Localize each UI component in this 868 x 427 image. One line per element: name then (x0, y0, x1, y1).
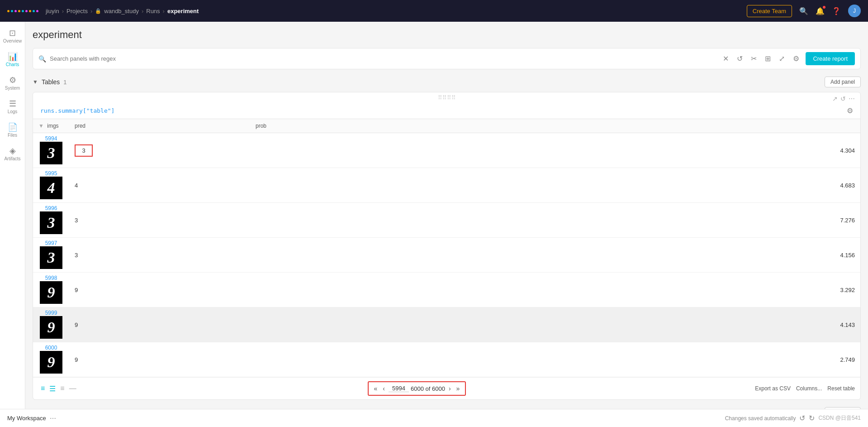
table-bottom-bar: ≡ ☰ ≡ — « ‹ 6000 of 6000 › » (33, 377, 860, 399)
sidebar-item-overview-label: Overview (3, 38, 22, 43)
breadcrumb-project[interactable]: wandb_study (104, 8, 139, 14)
digit-image (40, 316, 62, 339)
breadcrumb-sep1: › (62, 8, 64, 14)
tables-toggle[interactable]: ▼ (33, 79, 38, 85)
overview-icon: ⊡ (9, 29, 16, 37)
row-id-link[interactable]: 5995 (45, 170, 57, 177)
pred-value: 3 (75, 252, 78, 259)
redo-button[interactable]: ↻ (809, 414, 815, 422)
sidebar-item-charts[interactable]: 📊 Charts (2, 49, 24, 71)
data-table: ▼ imgs pred prob 599434.304599544.683599… (33, 119, 860, 377)
avatar[interactable]: J (848, 5, 861, 17)
reset-table-link[interactable]: Reset table (827, 385, 855, 392)
topnav: jiuyin › Projects › 🔒 wandb_study › Runs… (0, 0, 868, 22)
refresh-icon-btn[interactable]: ↺ (735, 53, 745, 65)
page-prev-button[interactable]: ‹ (381, 384, 387, 393)
row-id-link[interactable]: 5996 (45, 205, 57, 211)
sidebar-item-artifacts-label: Artifacts (4, 156, 20, 161)
page-input[interactable] (389, 385, 409, 392)
workspace-menu-button[interactable]: ⋯ (50, 415, 56, 422)
pred-value: 9 (75, 287, 78, 293)
prob-value: 3.292 (250, 273, 860, 307)
sidebar-item-files-label: Files (8, 133, 17, 138)
sidebar-item-logs-label: Logs (8, 109, 18, 114)
undo-button[interactable]: ↺ (799, 414, 805, 422)
columns-link[interactable]: Columns... (796, 385, 822, 392)
page-first-button[interactable]: « (372, 384, 379, 393)
settings-icon-btn[interactable]: ⚙ (791, 53, 801, 65)
row-id-link[interactable]: 5994 (45, 135, 57, 142)
toolbar-search-icon: 🔍 (38, 55, 46, 62)
prob-value: 7.276 (250, 203, 860, 238)
sidebar: ⊡ Overview 📊 Charts ⚙ System ☰ Logs 📄 Fi… (0, 22, 25, 409)
tables-add-panel-button[interactable]: Add panel (825, 77, 861, 87)
sidebar-item-logs[interactable]: ☰ Logs (2, 96, 24, 118)
pred-value: 9 (75, 321, 78, 328)
row-id-link[interactable]: 6000 (45, 345, 57, 351)
panel-drag-handle[interactable]: ⠿⠿⠿⠿ (33, 92, 860, 103)
panel-refresh-button[interactable]: ↺ (840, 95, 846, 102)
col-header-pred: pred (69, 119, 250, 133)
tables-section-header: ▼ Tables 1 Add panel (33, 77, 861, 87)
panel-share-button[interactable]: ↗ (832, 95, 838, 102)
table-row: 599994.143 (33, 307, 860, 342)
search-icon[interactable]: 🔍 (799, 7, 808, 15)
col-header-imgs: ▼ imgs (33, 119, 69, 133)
tables-section-count: 1 (63, 79, 66, 86)
digit-image (40, 211, 62, 234)
close-icon-btn[interactable]: ✕ (721, 53, 730, 65)
app-logo (7, 10, 38, 12)
breadcrumb-sep4: › (163, 8, 165, 14)
create-report-button[interactable]: Create report (806, 52, 855, 65)
breadcrumb-sep3: › (142, 8, 143, 14)
fullscreen-icon-btn[interactable]: ⤢ (777, 53, 787, 65)
sidebar-item-system-label: System (5, 86, 20, 91)
breadcrumb-user[interactable]: jiuyin (46, 8, 59, 14)
sidebar-item-artifacts[interactable]: ◈ Artifacts (2, 143, 24, 165)
sidebar-item-files[interactable]: 📄 Files (2, 120, 24, 141)
tables-section-title: Tables (42, 78, 60, 86)
table-view-grid-btn[interactable]: ☰ (47, 383, 58, 394)
create-team-button[interactable]: Create Team (747, 5, 792, 17)
bottom-bar: My Workspace ⋯ Changes saved automatical… (0, 409, 868, 427)
table-settings-button[interactable]: ⚙ (847, 106, 853, 115)
breadcrumb-runs[interactable]: Runs (146, 8, 160, 14)
layers-icon-btn[interactable]: ⊞ (763, 53, 773, 65)
pred-value-boxed: 3 (75, 144, 93, 157)
notifications-icon[interactable]: 🔔 (816, 7, 825, 15)
table-view-compact-btn[interactable]: ≡ (58, 383, 66, 394)
workspace-label: My Workspace (7, 415, 46, 422)
table-row: 599734.156 (33, 238, 860, 273)
breadcrumb: jiuyin › Projects › 🔒 wandb_study › Runs… (46, 8, 199, 14)
sidebar-item-system[interactable]: ⚙ System (2, 72, 24, 94)
pagination-box: « ‹ 6000 of 6000 › » (368, 381, 466, 396)
filter-icon[interactable]: ▼ (38, 123, 44, 129)
pred-value: 4 (75, 182, 78, 189)
row-id-link[interactable]: 5998 (45, 275, 57, 281)
charts-icon: 📊 (8, 53, 18, 61)
breadcrumb-projects[interactable]: Projects (66, 8, 88, 14)
sidebar-item-overview[interactable]: ⊡ Overview (2, 25, 24, 47)
panel-top-actions: ↗ ↺ ⋯ (832, 95, 855, 102)
cut-icon-btn[interactable]: ✂ (749, 53, 759, 65)
col-header-prob: prob (250, 119, 860, 133)
page-next-button[interactable]: › (447, 384, 453, 393)
table-code-label: runs.summary["table"] (40, 107, 114, 114)
table-view-rows-btn[interactable]: ≡ (38, 383, 47, 394)
pred-value: 9 (75, 356, 78, 363)
row-id-link[interactable]: 5997 (45, 240, 57, 246)
row-id-link[interactable]: 5999 (45, 310, 57, 316)
bottom-right: Changes saved automatically ↺ ↻ CSDN @日音… (725, 414, 861, 422)
help-icon[interactable]: ❓ (832, 7, 841, 15)
breadcrumb-sep2: › (90, 8, 92, 14)
page-last-button[interactable]: » (455, 384, 462, 393)
table-body: 599434.304599544.683599637.276599734.156… (33, 133, 860, 377)
digit-image (40, 281, 62, 304)
search-input[interactable] (50, 55, 717, 62)
digit-image (40, 351, 62, 374)
table-view-collapse-btn[interactable]: — (67, 383, 79, 394)
logs-icon: ☰ (9, 100, 16, 108)
panel-more-button[interactable]: ⋯ (849, 95, 855, 102)
export-csv-link[interactable]: Export as CSV (755, 385, 791, 392)
toolbar-right: ✕ ↺ ✂ ⊞ ⤢ ⚙ Create report (721, 52, 855, 65)
